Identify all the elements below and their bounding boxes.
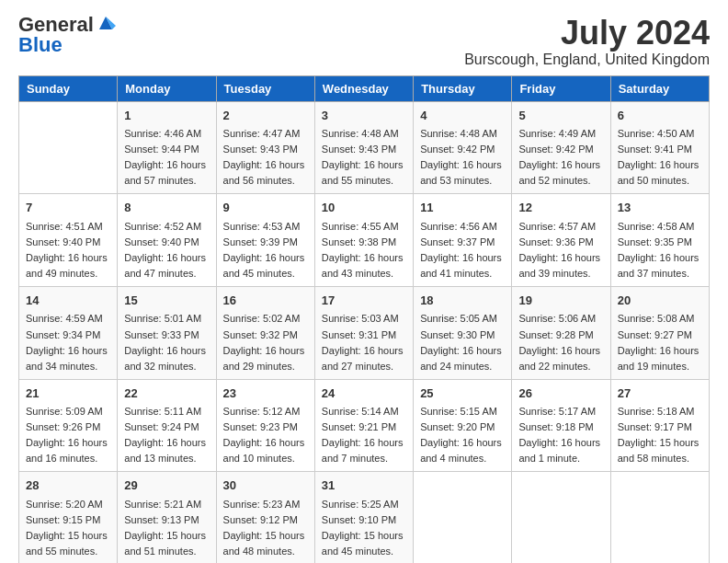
day-number: 1: [124, 107, 209, 125]
cell-sun-info: Sunrise: 4:49 AMSunset: 9:42 PMDaylight:…: [518, 126, 603, 189]
calendar-cell: 19Sunrise: 5:06 AMSunset: 9:28 PMDayligh…: [512, 286, 610, 379]
day-number: 21: [26, 385, 110, 403]
day-header-wednesday: Wednesday: [314, 75, 413, 101]
calendar-cell: 4Sunrise: 4:48 AMSunset: 9:42 PMDaylight…: [414, 101, 512, 194]
calendar-cell: 3Sunrise: 4:48 AMSunset: 9:43 PMDaylight…: [314, 101, 413, 194]
calendar-body: 1Sunrise: 4:46 AMSunset: 9:44 PMDaylight…: [19, 101, 710, 563]
cell-sun-info: Sunrise: 5:01 AMSunset: 9:33 PMDaylight:…: [124, 311, 209, 373]
cell-sun-info: Sunrise: 5:02 AMSunset: 9:32 PMDaylight:…: [223, 311, 308, 373]
calendar-cell: 11Sunrise: 4:56 AMSunset: 9:37 PMDayligh…: [414, 194, 512, 287]
cell-sun-info: Sunrise: 4:50 AMSunset: 9:41 PMDaylight:…: [618, 126, 702, 189]
day-header-monday: Monday: [118, 75, 216, 101]
day-number: 3: [322, 107, 406, 125]
cell-sun-info: Sunrise: 5:09 AMSunset: 9:26 PMDaylight:…: [26, 404, 110, 466]
day-number: 23: [223, 385, 308, 403]
cell-sun-info: Sunrise: 4:57 AMSunset: 9:36 PMDaylight:…: [518, 219, 603, 282]
calendar-cell: 17Sunrise: 5:03 AMSunset: 9:31 PMDayligh…: [314, 286, 413, 379]
logo-icon: [96, 13, 116, 33]
cell-sun-info: Sunrise: 4:56 AMSunset: 9:37 PMDaylight:…: [420, 219, 505, 282]
cell-sun-info: Sunrise: 4:47 AMSunset: 9:43 PMDaylight:…: [223, 126, 308, 189]
cell-sun-info: Sunrise: 4:52 AMSunset: 9:40 PMDaylight:…: [124, 219, 209, 282]
calendar-cell: 20Sunrise: 5:08 AMSunset: 9:27 PMDayligh…: [610, 286, 709, 379]
day-number: 30: [223, 477, 308, 495]
cell-sun-info: Sunrise: 5:11 AMSunset: 9:24 PMDaylight:…: [124, 404, 209, 466]
calendar-cell: 13Sunrise: 4:58 AMSunset: 9:35 PMDayligh…: [610, 194, 709, 287]
day-number: 20: [618, 292, 702, 310]
calendar-cell: [610, 472, 709, 563]
calendar-table: SundayMondayTuesdayWednesdayThursdayFrid…: [18, 75, 710, 563]
calendar-cell: 25Sunrise: 5:15 AMSunset: 9:20 PMDayligh…: [414, 379, 512, 472]
calendar-cell: 31Sunrise: 5:25 AMSunset: 9:10 PMDayligh…: [314, 472, 413, 563]
calendar-cell: 30Sunrise: 5:23 AMSunset: 9:12 PMDayligh…: [216, 472, 314, 563]
cell-sun-info: Sunrise: 4:48 AMSunset: 9:43 PMDaylight:…: [322, 126, 406, 189]
day-number: 18: [420, 292, 505, 310]
cell-sun-info: Sunrise: 5:15 AMSunset: 9:20 PMDaylight:…: [420, 404, 505, 466]
month-year-title: July 2024: [464, 15, 710, 52]
day-number: 7: [26, 199, 110, 217]
cell-sun-info: Sunrise: 5:18 AMSunset: 9:17 PMDaylight:…: [618, 404, 702, 466]
cell-sun-info: Sunrise: 4:46 AMSunset: 9:44 PMDaylight:…: [124, 126, 209, 189]
cell-sun-info: Sunrise: 4:59 AMSunset: 9:34 PMDaylight:…: [26, 311, 110, 373]
cell-sun-info: Sunrise: 5:05 AMSunset: 9:30 PMDaylight:…: [420, 311, 505, 373]
day-number: 16: [223, 292, 308, 310]
calendar-cell: 10Sunrise: 4:55 AMSunset: 9:38 PMDayligh…: [314, 194, 413, 287]
day-number: 25: [420, 385, 505, 403]
calendar-cell: 5Sunrise: 4:49 AMSunset: 9:42 PMDaylight…: [512, 101, 610, 194]
day-number: 28: [26, 477, 110, 495]
calendar-cell: 6Sunrise: 4:50 AMSunset: 9:41 PMDaylight…: [610, 101, 709, 194]
calendar-cell: 12Sunrise: 4:57 AMSunset: 9:36 PMDayligh…: [512, 194, 610, 287]
cell-sun-info: Sunrise: 5:06 AMSunset: 9:28 PMDaylight:…: [518, 311, 603, 373]
calendar-cell: 18Sunrise: 5:05 AMSunset: 9:30 PMDayligh…: [414, 286, 512, 379]
calendar-cell: 21Sunrise: 5:09 AMSunset: 9:26 PMDayligh…: [19, 379, 118, 472]
cell-sun-info: Sunrise: 5:20 AMSunset: 9:15 PMDaylight:…: [26, 497, 110, 559]
calendar-cell: 9Sunrise: 4:53 AMSunset: 9:39 PMDaylight…: [216, 194, 314, 287]
day-number: 8: [124, 199, 209, 217]
day-number: 26: [518, 385, 603, 403]
logo-blue-text: Blue: [18, 33, 63, 56]
day-number: 19: [518, 292, 603, 310]
calendar-cell: 24Sunrise: 5:14 AMSunset: 9:21 PMDayligh…: [314, 379, 413, 472]
calendar-cell: 2Sunrise: 4:47 AMSunset: 9:43 PMDaylight…: [216, 101, 314, 194]
calendar-cell: [19, 101, 118, 194]
day-number: 24: [322, 385, 406, 403]
calendar-cell: 8Sunrise: 4:52 AMSunset: 9:40 PMDaylight…: [118, 194, 216, 287]
header: General Blue July 2024 Burscough, Englan…: [18, 15, 710, 68]
logo: General Blue: [18, 15, 116, 55]
logo-general-text: General: [18, 15, 94, 35]
cell-sun-info: Sunrise: 5:14 AMSunset: 9:21 PMDaylight:…: [322, 404, 406, 466]
calendar-cell: 26Sunrise: 5:17 AMSunset: 9:18 PMDayligh…: [512, 379, 610, 472]
calendar-cell: 27Sunrise: 5:18 AMSunset: 9:17 PMDayligh…: [610, 379, 709, 472]
calendar-week-row: 1Sunrise: 4:46 AMSunset: 9:44 PMDaylight…: [19, 101, 710, 194]
cell-sun-info: Sunrise: 5:08 AMSunset: 9:27 PMDaylight:…: [618, 311, 702, 373]
calendar-cell: 7Sunrise: 4:51 AMSunset: 9:40 PMDaylight…: [19, 194, 118, 287]
calendar-cell: 1Sunrise: 4:46 AMSunset: 9:44 PMDaylight…: [118, 101, 216, 194]
cell-sun-info: Sunrise: 5:21 AMSunset: 9:13 PMDaylight:…: [124, 497, 209, 559]
day-number: 5: [518, 107, 603, 125]
day-header-thursday: Thursday: [414, 75, 512, 101]
calendar-cell: 15Sunrise: 5:01 AMSunset: 9:33 PMDayligh…: [118, 286, 216, 379]
calendar-week-row: 28Sunrise: 5:20 AMSunset: 9:15 PMDayligh…: [19, 472, 710, 563]
calendar-header-row: SundayMondayTuesdayWednesdayThursdayFrid…: [19, 75, 710, 101]
day-number: 22: [124, 385, 209, 403]
calendar-cell: [414, 472, 512, 563]
cell-sun-info: Sunrise: 5:03 AMSunset: 9:31 PMDaylight:…: [322, 311, 406, 373]
cell-sun-info: Sunrise: 5:25 AMSunset: 9:10 PMDaylight:…: [322, 497, 406, 559]
calendar-week-row: 14Sunrise: 4:59 AMSunset: 9:34 PMDayligh…: [19, 286, 710, 379]
day-number: 12: [518, 199, 603, 217]
day-number: 15: [124, 292, 209, 310]
calendar-cell: 16Sunrise: 5:02 AMSunset: 9:32 PMDayligh…: [216, 286, 314, 379]
cell-sun-info: Sunrise: 4:58 AMSunset: 9:35 PMDaylight:…: [618, 219, 702, 282]
calendar-cell: [512, 472, 610, 563]
day-header-sunday: Sunday: [19, 75, 118, 101]
calendar-cell: 23Sunrise: 5:12 AMSunset: 9:23 PMDayligh…: [216, 379, 314, 472]
day-header-tuesday: Tuesday: [216, 75, 314, 101]
day-number: 6: [618, 107, 702, 125]
location-subtitle: Burscough, England, United Kingdom: [464, 52, 710, 68]
calendar-cell: 29Sunrise: 5:21 AMSunset: 9:13 PMDayligh…: [118, 472, 216, 563]
day-number: 4: [420, 107, 505, 125]
day-number: 10: [322, 199, 406, 217]
day-number: 9: [223, 199, 308, 217]
day-number: 11: [420, 199, 505, 217]
day-number: 14: [26, 292, 110, 310]
title-area: July 2024 Burscough, England, United Kin…: [464, 15, 710, 68]
